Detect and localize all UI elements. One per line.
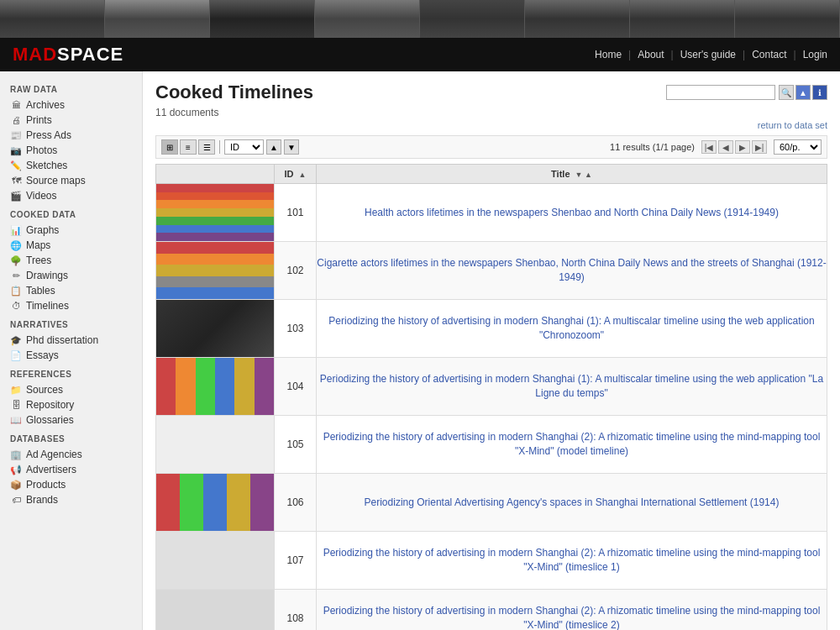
sidebar-item-label: Timelines [26,300,69,312]
sidebar-item-glossaries[interactable]: 📖Glossaries [0,412,142,428]
sidebar-icon: 🏛 [10,100,22,110]
sidebar-item-press-ads[interactable]: 📰Press Ads [0,128,142,143]
sidebar-section-title: RAW DATA [0,78,142,97]
view-list-button[interactable]: ≡ [180,139,197,155]
per-page-select[interactable]: 60/p. 30/p. 100/p. [774,139,822,155]
sidebar-item-prints[interactable]: 🖨Prints [0,113,142,128]
sidebar-item-label: Source maps [26,175,86,186]
sidebar-icon: 🎬 [10,191,22,202]
sidebar-icon: 🗺 [10,176,22,186]
sidebar-item-brands[interactable]: 🏷Brands [0,492,142,507]
page-prev-button[interactable]: ◀ [718,140,733,154]
sidebar-item-phd-dissertation[interactable]: 🎓Phd dissertation [0,333,142,348]
cell-title: Cigarette actors lifetimes in the newspa… [317,242,827,300]
title-link[interactable]: Periodizing the history of advertising i… [323,605,821,630]
sidebar-item-label: Brands [26,494,58,506]
nav-contact[interactable]: Contact [752,49,786,60]
nav-sep-2: | [671,49,674,60]
col-header-title[interactable]: Title ▼ ▲ [317,165,827,184]
thumbnail [156,474,274,531]
sidebar-icon: ⏱ [10,301,22,311]
sort-asc-button[interactable]: ▲ [266,139,281,155]
title-link[interactable]: Periodizing the history of advertising i… [328,315,814,341]
sidebar-icon: ✏️ [10,160,22,171]
title-sort-icon: ▼ ▲ [575,171,592,179]
cell-title: Periodizing the history of advertising i… [317,416,827,474]
toolbar-separator [219,140,220,154]
cell-title: Periodizing the history of advertising i… [317,532,827,590]
table-row: 105Periodizing the history of advertisin… [156,416,827,474]
sidebar-item-label: Maps [26,239,50,251]
list-toolbar: ⊞ ≡ ☰ ID Title ▲ ▼ 11 results (1/1 page)… [155,135,827,159]
sidebar-item-tables[interactable]: 📋Tables [0,283,142,298]
cell-id: 106 [275,474,317,532]
sidebar-item-sources[interactable]: 📁Sources [0,382,142,397]
page-last-button[interactable]: ▶| [752,140,767,154]
return-link[interactable]: return to data set [155,120,827,130]
table-row: 106Periodizing Oriental Advertising Agen… [156,474,827,532]
sidebar-icon: 📋 [10,286,22,297]
title-link[interactable]: Periodizing Oriental Advertising Agency'… [365,496,780,508]
search-button[interactable]: 🔍 [779,85,794,100]
sidebar-section-title: REFERENCES [0,363,142,382]
cell-id: 108 [275,590,317,631]
nav-login[interactable]: Login [803,49,827,60]
sidebar-icon: 📄 [10,350,22,361]
sidebar-item-advertisers[interactable]: 📢Advertisers [0,462,142,477]
cell-id: 104 [275,358,317,416]
title-link[interactable]: Cigarette actors lifetimes in the newspa… [317,257,826,283]
search-up-icon[interactable]: ▲ [795,85,811,100]
sidebar-icon: 📦 [10,480,22,491]
sidebar-item-drawings[interactable]: ✏Drawings [0,268,142,283]
search-bar: 🔍 ▲ ℹ [666,85,827,100]
cell-thumb [156,474,275,532]
view-grid-button[interactable]: ⊞ [161,139,178,155]
sidebar-item-ad-agencies[interactable]: 🏢Ad Agencies [0,447,142,462]
header-banner [0,0,840,38]
sidebar-item-label: Phd dissertation [26,334,98,346]
sidebar-item-label: Glossaries [26,414,74,426]
sidebar-item-videos[interactable]: 🎬Videos [0,188,142,203]
view-details-button[interactable]: ☰ [198,139,215,155]
sidebar-item-products[interactable]: 📦Products [0,477,142,492]
table-row: 102Cigarette actors lifetimes in the new… [156,242,827,300]
sidebar-item-label: Ad Agencies [26,449,82,460]
sidebar-item-archives[interactable]: 🏛Archives [0,97,142,113]
sidebar-item-photos[interactable]: 📷Photos [0,143,142,158]
col-header-id[interactable]: ID ▲ [275,165,317,184]
title-link[interactable]: Periodizing the history of advertising i… [323,431,821,457]
cell-title: Periodizing the history of advertising i… [317,300,827,358]
search-info-icon[interactable]: ℹ [812,85,827,100]
sidebar-item-trees[interactable]: 🌳Trees [0,253,142,268]
sidebar-item-repository[interactable]: 🗄Repository [0,397,142,412]
nav-about[interactable]: About [638,49,664,60]
title-link[interactable]: Periodizing the history of advertising i… [320,373,823,399]
sidebar-item-timelines[interactable]: ⏱Timelines [0,298,142,313]
sidebar-item-source-maps[interactable]: 🗺Source maps [0,173,142,188]
cell-title: Periodizing the history of advertising i… [317,358,827,416]
nav-users-guide[interactable]: User's guide [680,49,736,60]
sidebar-item-sketches[interactable]: ✏️Sketches [0,158,142,173]
sidebar-icon: 📁 [10,385,22,396]
cell-thumb [156,358,275,416]
sidebar-item-label: Archives [26,99,65,111]
sort-field-select[interactable]: ID Title [224,139,264,155]
cell-thumb [156,300,275,358]
site-logo[interactable]: MADSPACE [13,44,123,66]
content-area: Cooked Timelines 🔍 ▲ ℹ 11 documents retu… [143,71,840,630]
sidebar-icon: ✏ [10,270,22,281]
title-link[interactable]: Periodizing the history of advertising i… [323,547,821,573]
title-link[interactable]: Health actors lifetimes in the newspaper… [365,207,779,218]
sidebar-item-label: Sources [26,384,63,396]
cell-thumb [156,184,275,242]
page-first-button[interactable]: |◀ [701,140,717,154]
search-input[interactable] [666,85,775,100]
sidebar-item-essays[interactable]: 📄Essays [0,348,142,363]
nav-sep-4: | [794,49,796,60]
sidebar-item-graphs[interactable]: 📊Graphs [0,223,142,238]
sidebar-item-maps[interactable]: 🌐Maps [0,238,142,253]
page-next-button[interactable]: ▶ [735,140,750,154]
nav-sep-3: | [743,49,745,60]
sort-desc-button[interactable]: ▼ [284,139,299,155]
nav-home[interactable]: Home [595,49,622,60]
